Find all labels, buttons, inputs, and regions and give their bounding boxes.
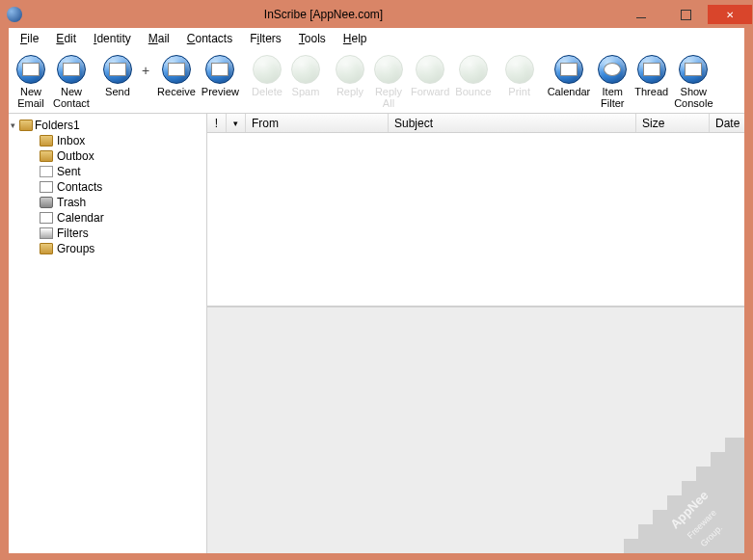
receive-button[interactable]: Receive <box>155 53 198 99</box>
delete-button: Delete <box>249 53 285 99</box>
reply-icon <box>336 55 364 84</box>
tree-item-label: Outbox <box>57 149 94 163</box>
thread-icon <box>637 55 666 84</box>
console-icon <box>679 55 708 84</box>
root-label: Folders1 <box>35 119 80 132</box>
menu-edit[interactable]: Edit <box>48 30 84 47</box>
app-window: InScribe [AppNee.com] File Edit Identity… <box>0 0 753 560</box>
calendar-icon <box>40 212 53 224</box>
spam-icon <box>291 55 320 84</box>
preview-button[interactable]: Preview <box>200 53 241 99</box>
client-area: File Edit Identity Mail Contacts Filters… <box>9 28 744 553</box>
delete-label: Delete <box>252 86 282 97</box>
window-title: InScribe [AppNee.com] <box>28 8 619 21</box>
reply-all-icon <box>374 55 403 84</box>
calendar-button[interactable]: Calendar <box>546 53 593 99</box>
receive-icon <box>162 55 191 84</box>
forward-button: Forward <box>409 53 451 99</box>
print-icon <box>505 55 534 84</box>
print-label: Print <box>508 86 530 97</box>
tree-item-filters[interactable]: Filters <box>11 226 204 241</box>
tree-item-label: Trash <box>57 196 86 209</box>
tree-item-trash[interactable]: Trash <box>11 195 204 210</box>
tree-item-sent[interactable]: Sent <box>11 164 204 179</box>
receive-label: Receive <box>157 86 196 97</box>
contact-icon <box>57 55 86 84</box>
col-size[interactable]: Size <box>636 114 710 132</box>
tree-root[interactable]: ▾ Folders1 <box>11 118 204 133</box>
window-controls <box>619 5 752 24</box>
folder-tree: ▾ Folders1 Inbox Outbox Sent Contacts Tr… <box>9 114 207 553</box>
menu-tools[interactable]: Tools <box>291 30 334 47</box>
tree-item-label: Sent <box>57 165 81 178</box>
col-date[interactable]: Date <box>710 114 744 132</box>
contacts-icon <box>40 181 53 193</box>
reply-all-label: Reply All <box>375 86 402 109</box>
menu-mail[interactable]: Mail <box>141 30 177 47</box>
tree-item-label: Groups <box>57 242 94 255</box>
show-console-label: Show Console <box>674 86 713 109</box>
tree-item-label: Filters <box>57 227 89 240</box>
tree-item-inbox[interactable]: Inbox <box>11 133 204 148</box>
reply-all-button: Reply All <box>370 53 407 111</box>
send-icon <box>103 55 132 84</box>
svg-rect-7 <box>624 539 643 553</box>
trash-icon <box>40 197 53 208</box>
titlebar[interactable]: InScribe [AppNee.com] <box>1 1 752 28</box>
forward-label: Forward <box>411 86 449 97</box>
expand-icon[interactable]: ▾ <box>11 120 15 130</box>
tree-item-contacts[interactable]: Contacts <box>11 179 204 195</box>
menu-file[interactable]: File <box>13 30 46 47</box>
magnify-icon <box>598 55 627 84</box>
calendar-label: Calendar <box>548 86 591 97</box>
menu-contacts[interactable]: Contacts <box>179 30 240 47</box>
toolbar: New Email New Contact Send + Receive Pre… <box>9 49 744 113</box>
preview-icon <box>205 55 234 84</box>
new-email-button[interactable]: New Email <box>13 53 49 111</box>
root-folder-icon <box>19 120 33 131</box>
send-button[interactable]: Send <box>99 53 136 99</box>
maximize-button[interactable] <box>663 5 708 24</box>
content-area: ▾ Folders1 Inbox Outbox Sent Contacts Tr… <box>9 113 744 553</box>
item-filter-button[interactable]: Item Filter <box>594 53 631 111</box>
tree-item-label: Contacts <box>57 180 102 194</box>
sent-icon <box>40 166 53 177</box>
menu-identity[interactable]: Identity <box>86 30 139 47</box>
close-button[interactable] <box>708 5 752 24</box>
forward-icon <box>416 55 444 84</box>
inbox-icon <box>40 135 53 147</box>
spam-label: Spam <box>292 86 320 97</box>
groups-icon <box>40 243 53 254</box>
preview-label: Preview <box>202 86 239 97</box>
tree-item-groups[interactable]: Groups <box>11 241 204 256</box>
send-dropdown-button[interactable]: + <box>138 53 153 78</box>
col-subject[interactable]: Subject <box>389 114 636 132</box>
col-flag[interactable]: ▾ <box>227 114 246 132</box>
tree-item-outbox[interactable]: Outbox <box>11 148 204 164</box>
main-area: ! ▾ From Subject Size Date <box>207 114 744 553</box>
tree-item-calendar[interactable]: Calendar <box>11 210 204 226</box>
col-from[interactable]: From <box>246 114 389 132</box>
new-contact-label: New Contact <box>53 86 90 109</box>
thread-button[interactable]: Thread <box>632 53 670 99</box>
watermark: AppNee Freeware Group. <box>600 438 744 553</box>
item-filter-label: Item Filter <box>601 86 624 109</box>
reply-label: Reply <box>336 86 363 97</box>
calendar-icon <box>554 55 583 84</box>
send-label: Send <box>105 86 130 97</box>
show-console-button[interactable]: Show Console <box>672 53 714 111</box>
new-contact-button[interactable]: New Contact <box>51 53 92 111</box>
message-list[interactable] <box>207 133 744 307</box>
col-priority[interactable]: ! <box>207 114 227 132</box>
print-button: Print <box>501 53 538 99</box>
message-list-header: ! ▾ From Subject Size Date <box>207 114 744 133</box>
bounce-icon <box>459 55 488 84</box>
reply-button: Reply <box>332 53 368 99</box>
app-icon <box>7 7 22 22</box>
menubar: File Edit Identity Mail Contacts Filters… <box>9 28 744 49</box>
minimize-button[interactable] <box>619 5 663 24</box>
preview-pane: AppNee Freeware Group. <box>207 307 744 553</box>
tree-item-label: Calendar <box>57 211 104 225</box>
menu-filters[interactable]: Filters <box>242 30 289 47</box>
menu-help[interactable]: Help <box>336 30 375 47</box>
